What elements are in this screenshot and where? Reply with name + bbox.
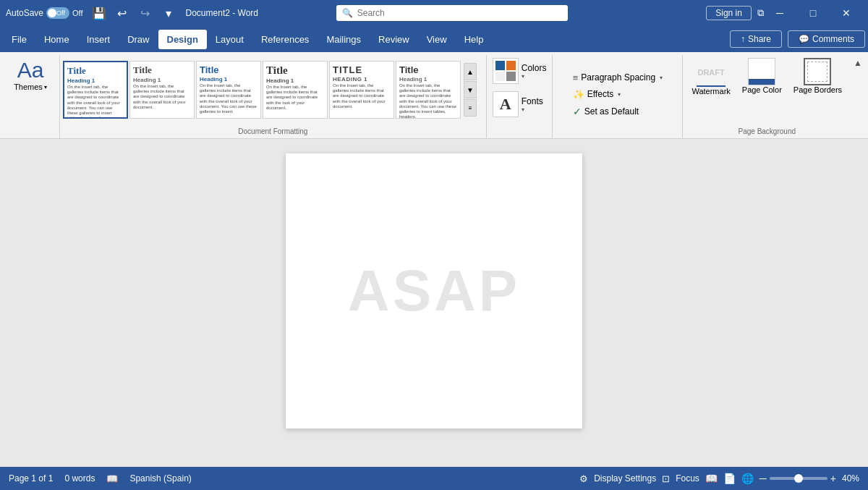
colors-label: Colors	[522, 63, 547, 73]
menu-home[interactable]: Home	[35, 30, 78, 49]
menu-bar-right: ↑ Share 💬 Comments	[730, 30, 865, 48]
style-item-5[interactable]: TITLE HEADING 1 On the Insert tab, the g…	[329, 61, 394, 119]
colors-arrow-icon: ▾	[522, 73, 547, 80]
zoom-slider[interactable]	[770, 477, 827, 480]
share-button[interactable]: ↑ Share	[730, 30, 782, 48]
display-settings-label[interactable]: Display Settings	[594, 473, 656, 483]
read-mode-icon[interactable]: 📖	[705, 473, 718, 484]
web-layout-icon[interactable]: 🌐	[741, 473, 754, 484]
fonts-icon: A	[493, 91, 519, 117]
style6-h1: Heading 1	[399, 76, 457, 83]
watermark-button[interactable]: DRAFT Watermark	[687, 55, 734, 98]
menu-design[interactable]: Design	[158, 30, 207, 49]
ribbon-group-colors-fonts: Colors ▾ A Fonts ▾	[487, 55, 553, 138]
style5-title: TITLE	[333, 64, 391, 75]
search-input[interactable]	[357, 8, 502, 18]
themes-icon: Aa	[17, 58, 44, 83]
autosave-area: AutoSave Off	[6, 7, 83, 19]
document-page: ASAP	[286, 153, 582, 428]
gallery-scroll-up[interactable]: ▲	[464, 63, 477, 80]
color-swatch-white	[495, 72, 505, 81]
menu-help[interactable]: Help	[456, 30, 493, 49]
menu-view[interactable]: View	[418, 30, 456, 49]
autosave-toggle[interactable]	[46, 7, 69, 19]
gallery-scroll-down[interactable]: ▼	[464, 81, 477, 98]
gallery-scroll-controls: ▲ ▼ ≡	[464, 63, 477, 117]
menu-layout[interactable]: Layout	[207, 30, 252, 49]
para-effects-content: ≡ Paragraph Spacing ▾ ✨ Effects ▾ ✓ Set …	[567, 55, 668, 134]
ribbon: Aa Themes ▾ Title Heading 1 On the Inser…	[0, 52, 868, 139]
redo-icon[interactable]: ↪	[137, 7, 154, 20]
menu-file[interactable]: File	[3, 30, 35, 49]
gallery-more[interactable]: ≡	[464, 99, 477, 117]
focus-label[interactable]: Focus	[676, 473, 699, 483]
menu-review[interactable]: Review	[370, 30, 418, 49]
page-borders-label: Page Borders	[793, 85, 842, 94]
search-bar[interactable]: 🔍	[336, 5, 568, 21]
search-icon: 🔍	[342, 8, 353, 18]
autosave-state-label: Off	[72, 9, 82, 17]
page-bg-content: DRAFT Watermark Page Color Page Borders	[687, 55, 846, 126]
window-controls: ─ □ ✕	[764, 0, 862, 26]
maximize-button[interactable]: □	[797, 0, 829, 26]
share-icon: ↑	[741, 34, 745, 44]
check-icon: ✓	[573, 106, 582, 117]
page-color-button[interactable]: Page Color	[738, 55, 786, 97]
page-color-label: Page Color	[742, 85, 782, 94]
color-swatch-gray	[506, 72, 516, 81]
print-layout-icon[interactable]: 📄	[723, 473, 736, 484]
colors-fonts-content: Colors ▾ A Fonts ▾	[491, 55, 548, 134]
customize-icon[interactable]: ▾	[160, 7, 177, 20]
undo-icon[interactable]: ↩	[114, 7, 131, 20]
fonts-arrow-icon: ▾	[522, 106, 543, 113]
style-item-4[interactable]: Title Heading 1 On the Insert tab, the g…	[263, 61, 328, 119]
themes-button[interactable]: Aa Themes ▾	[7, 55, 54, 94]
zoom-controls: ─ +	[760, 473, 836, 484]
color-swatch-blue	[495, 61, 505, 70]
style4-title: Title	[266, 64, 324, 77]
themes-content: Aa Themes ▾	[7, 55, 54, 134]
style-item-6[interactable]: Title Heading 1 On the Insert tab, the g…	[396, 61, 461, 119]
style5-body: On the Insert tab, the galleries include…	[333, 83, 391, 109]
menu-draw[interactable]: Draw	[119, 30, 158, 49]
zoom-in-button[interactable]: +	[830, 473, 836, 484]
menu-insert[interactable]: Insert	[78, 30, 119, 49]
collapse-ribbon-button[interactable]: ▲	[854, 58, 862, 68]
colors-icon	[493, 58, 519, 84]
close-button[interactable]: ✕	[830, 0, 862, 26]
effects-button[interactable]: ✨ Effects ▾	[570, 88, 624, 101]
style-item-2[interactable]: Title Heading 1 On the Insert tab, the g…	[129, 61, 195, 119]
colors-button[interactable]: Colors ▾	[491, 55, 548, 87]
paragraph-spacing-arrow: ▾	[660, 75, 663, 81]
style-items-list: Title Heading 1 On the Insert tab, the g…	[63, 61, 461, 119]
page-color-icon	[748, 58, 775, 85]
ribbon-group-styles: Title Heading 1 On the Insert tab, the g…	[60, 55, 487, 138]
minimize-button[interactable]: ─	[764, 0, 796, 26]
style6-title: Title	[399, 64, 457, 75]
page-borders-button[interactable]: Page Borders	[789, 55, 846, 97]
fonts-button[interactable]: A Fonts ▾	[491, 88, 545, 120]
style-item-3[interactable]: Title Heading 1 On the Insert tab, the g…	[196, 61, 261, 119]
style2-title: Title	[133, 64, 191, 76]
set-default-button[interactable]: ✓ Set as Default	[570, 104, 642, 119]
document-area: ASAP	[0, 139, 868, 467]
menu-mailings[interactable]: Mailings	[318, 30, 370, 49]
style-item-1[interactable]: Title Heading 1 On the Insert tab, the g…	[63, 61, 128, 119]
paragraph-spacing-button[interactable]: ≡ Paragraph Spacing ▾	[570, 71, 665, 85]
zoom-out-button[interactable]: ─	[760, 473, 767, 484]
comment-icon: 💬	[799, 34, 809, 44]
title-bar: AutoSave Off 💾 ↩ ↪ ▾ Document2 - Word 🔍 …	[0, 0, 868, 26]
restore-icon[interactable]: ⧉	[757, 7, 764, 19]
save-icon[interactable]: 💾	[90, 7, 108, 20]
comments-button[interactable]: 💬 Comments	[788, 30, 865, 48]
styles-content: Title Heading 1 On the Insert tab, the g…	[63, 55, 483, 126]
style5-h1: HEADING 1	[333, 76, 391, 83]
language-label: Spanish (Spain)	[129, 473, 191, 483]
watermark-icon: DRAFT	[697, 58, 726, 87]
style3-title: Title	[200, 64, 258, 75]
style2-body: On the Insert tab, the galleries include…	[133, 84, 191, 110]
signin-button[interactable]: Sign in	[706, 6, 752, 20]
focus-icon: ⊡	[662, 473, 670, 484]
page-bg-group-label: Page Background	[687, 126, 846, 138]
menu-references[interactable]: References	[252, 30, 318, 49]
